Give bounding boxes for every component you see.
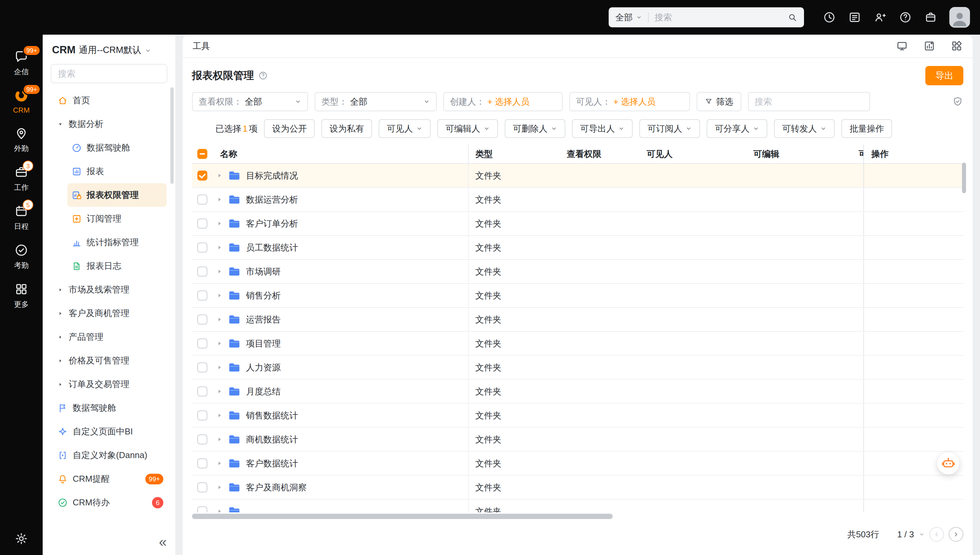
- sidebar-item-data-cockpit[interactable]: 数据驾驶舱: [67, 136, 167, 160]
- next-page-button[interactable]: [949, 527, 963, 542]
- row-name[interactable]: 销售数据统计: [246, 410, 298, 422]
- filter-visible-to[interactable]: 可见人：+ 选择人员: [569, 92, 690, 111]
- row-checkbox[interactable]: [197, 338, 207, 348]
- expand-caret-icon[interactable]: [216, 364, 223, 371]
- action-forwarders-button[interactable]: 可转发人: [774, 119, 835, 138]
- sidebar-item-stat-metrics[interactable]: 统计指标管理: [67, 231, 167, 254]
- row-name[interactable]: 商机数据统计: [246, 434, 298, 445]
- expand-caret-icon[interactable]: [216, 196, 223, 203]
- sidebar-item-order-trade[interactable]: 订单及交易管理: [43, 372, 175, 396]
- iconbar-item-schedule[interactable]: 5日程: [0, 204, 43, 231]
- expand-caret-icon[interactable]: [216, 244, 223, 251]
- sidebar-item-report-permission[interactable]: 报表权限管理: [67, 183, 167, 207]
- choose-personnel-link[interactable]: + 选择人员: [487, 96, 529, 107]
- table-row[interactable]: 人力资源文件夹: [192, 356, 963, 380]
- expand-caret-icon[interactable]: [216, 388, 223, 395]
- row-checkbox[interactable]: [197, 411, 207, 420]
- table-row[interactable]: 商机数据统计文件夹: [192, 428, 963, 452]
- table-row[interactable]: 目标完成情况文件夹: [192, 164, 963, 188]
- sidebar-item-price-sale[interactable]: 价格及可售管理: [43, 349, 175, 372]
- row-checkbox[interactable]: [197, 194, 207, 205]
- apps-icon[interactable]: [951, 40, 963, 52]
- sidebar-header[interactable]: CRM 通用--CRM默认: [43, 44, 175, 56]
- row-name[interactable]: 销售分析: [246, 290, 281, 302]
- iconbar-item-waiqin[interactable]: 外勤: [0, 126, 43, 154]
- table-row[interactable]: 客户及商机洞察文件夹: [192, 476, 963, 500]
- sidebar-item-report-log[interactable]: 报表日志: [67, 254, 167, 278]
- action-editors-button[interactable]: 可编辑人: [437, 119, 498, 138]
- filter-button[interactable]: 筛选: [697, 92, 741, 111]
- row-checkbox[interactable]: [197, 266, 207, 276]
- sidebar-item-custom-bi[interactable]: 自定义页面中BI: [43, 420, 175, 443]
- search-scope-dropdown[interactable]: 全部: [615, 12, 642, 23]
- row-name[interactable]: 运营报告: [246, 314, 281, 326]
- row-name[interactable]: 月度总结: [246, 386, 281, 398]
- expand-caret-icon[interactable]: [216, 508, 223, 512]
- expand-caret-icon[interactable]: [216, 220, 223, 227]
- table-row[interactable]: 月度总结文件夹: [192, 380, 963, 404]
- filter-type[interactable]: 类型：全部: [315, 92, 437, 111]
- table-row[interactable]: 员工数据统计文件夹: [192, 236, 963, 260]
- expand-caret-icon[interactable]: [216, 460, 223, 467]
- row-checkbox[interactable]: [197, 242, 207, 252]
- global-search[interactable]: 全部 搜索: [609, 7, 804, 27]
- row-checkbox[interactable]: [197, 435, 207, 444]
- sidebar-item-data-analysis[interactable]: 数据分析: [43, 112, 175, 136]
- row-checkbox[interactable]: [197, 290, 207, 300]
- sidebar-item-home[interactable]: 首页: [43, 88, 175, 112]
- expand-caret-icon[interactable]: [216, 172, 223, 179]
- expand-caret-icon[interactable]: [216, 268, 223, 275]
- table-row[interactable]: 运营报告文件夹: [192, 308, 963, 332]
- sidebar-collapse-button[interactable]: «: [159, 535, 167, 549]
- history-icon[interactable]: [823, 11, 836, 24]
- row-checkbox[interactable]: [197, 314, 207, 324]
- sidebar-item-crm-remind[interactable]: CRM提醒99+: [43, 467, 175, 491]
- select-all-checkbox[interactable]: [197, 149, 207, 159]
- vertical-scrollbar-thumb[interactable]: [962, 162, 966, 193]
- action-subscribers-button[interactable]: 可订阅人: [639, 119, 700, 138]
- chevron-down-icon[interactable]: [919, 531, 925, 537]
- sidebar-item-product-mgmt[interactable]: 产品管理: [43, 325, 175, 349]
- help-icon[interactable]: [258, 71, 268, 80]
- workbench-icon[interactable]: [924, 11, 937, 24]
- assistant-bot-button[interactable]: [937, 452, 959, 475]
- filter-view-permission[interactable]: 查看权限：全部: [192, 92, 308, 111]
- news-icon[interactable]: [848, 11, 861, 24]
- sidebar-item-data-cockpit-flag[interactable]: 数据驾驶舱: [43, 396, 175, 420]
- action-exporters-button[interactable]: 可导出人: [572, 119, 633, 138]
- help-icon[interactable]: [899, 11, 912, 24]
- settings-gear-icon[interactable]: [14, 532, 28, 546]
- table-row[interactable]: 销售分析文件夹: [192, 284, 963, 308]
- sidebar-item-subscription-mgmt[interactable]: 订阅管理: [67, 207, 167, 231]
- row-checkbox[interactable]: [197, 459, 207, 468]
- iconbar-item-attendance[interactable]: 考勤: [0, 243, 43, 271]
- search-icon[interactable]: [787, 12, 797, 22]
- contacts-icon[interactable]: [873, 11, 887, 24]
- expand-caret-icon[interactable]: [216, 292, 223, 299]
- row-name[interactable]: 员工数据统计: [246, 242, 298, 253]
- sidebar-item-market-leads[interactable]: 市场及线索管理: [43, 278, 175, 302]
- row-name[interactable]: 市场调研: [246, 266, 281, 278]
- row-name[interactable]: 客户及商机洞察: [246, 482, 307, 493]
- new-chart-icon[interactable]: [923, 40, 935, 52]
- row-checkbox[interactable]: [197, 482, 207, 492]
- row-name[interactable]: 人力资源: [246, 362, 281, 374]
- sidebar-item-customer-opportunity[interactable]: 客户及商机管理: [43, 302, 175, 325]
- table-row[interactable]: 项目管理文件夹: [192, 332, 963, 356]
- action-sharers-button[interactable]: 可分享人: [707, 119, 767, 138]
- column-header[interactable]: 查看权限: [560, 148, 640, 160]
- sidebar-scrollbar-thumb[interactable]: [170, 87, 174, 184]
- export-button[interactable]: 导出: [925, 66, 963, 85]
- column-header[interactable]: 可见人: [640, 148, 747, 160]
- row-name[interactable]: 项目管理: [246, 338, 281, 350]
- sidebar-item-crm-todo[interactable]: CRM待办6: [43, 491, 175, 514]
- column-header[interactable]: 名称: [213, 144, 469, 163]
- page-indicator[interactable]: 1 / 3: [897, 529, 914, 540]
- expand-caret-icon[interactable]: [216, 484, 223, 491]
- action-visible-people-button[interactable]: 可见人: [379, 119, 431, 138]
- column-header[interactable]: 可编辑: [747, 148, 853, 160]
- list-search-input[interactable]: 搜索: [748, 92, 870, 111]
- column-header[interactable]: 可: [853, 148, 863, 160]
- table-row[interactable]: 客户数据统计文件夹: [192, 452, 963, 476]
- sidebar-search-input[interactable]: 搜索: [51, 64, 167, 83]
